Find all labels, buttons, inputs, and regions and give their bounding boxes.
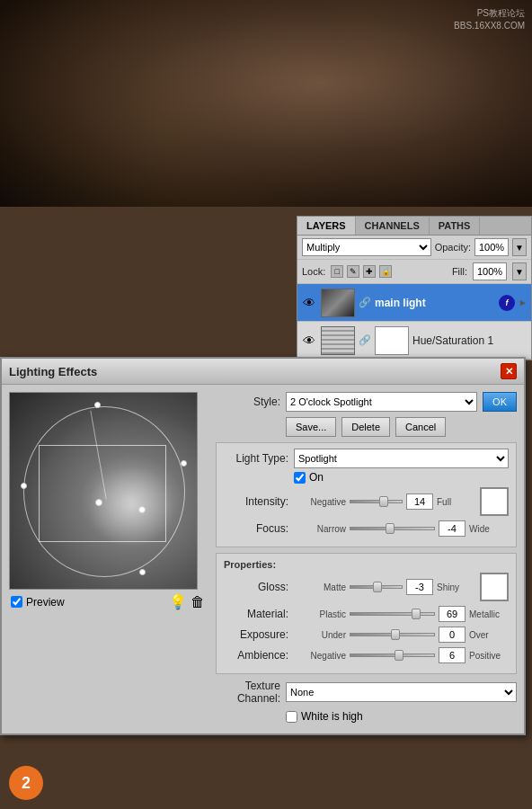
on-checkbox[interactable] [294,472,306,484]
white-is-high-row: White is high [286,710,517,723]
watermark: PS教程论坛 BBS.16XX8.COM [454,7,525,32]
style-select[interactable]: 2 O'clock Spotlight [286,392,477,412]
preview-canvas[interactable] [9,392,198,590]
ambience-slider[interactable] [350,653,435,657]
delete-light-icon[interactable]: 🗑 [191,594,205,610]
preview-handle-top[interactable] [94,402,101,408]
preview-controls: Preview 💡 🗑 [9,590,207,614]
style-row: Style: 2 O'clock Spotlight OK [216,392,517,412]
focus-row: Focus: Narrow -4 Wide [224,520,509,537]
style-label: Style: [216,396,280,408]
light-color-swatch[interactable] [480,487,509,516]
layer-expand-arrow[interactable]: ► [519,298,528,307]
texture-channel-select[interactable]: None [286,682,517,702]
step-number: 2 [22,774,31,793]
delete-button[interactable]: Delete [341,417,390,437]
layers-lock-row: Lock: □ ✎ ✚ 🔒 Fill: ▼ [297,260,531,284]
ok-button[interactable]: OK [483,392,517,412]
ambience-label: Ambience: [224,649,288,662]
tab-channels[interactable]: CHANNELS [356,217,430,235]
lighting-preview-panel: Preview 💡 🗑 [9,392,207,726]
layer-thumb-hue [321,326,355,355]
save-delete-row: Save... Delete Cancel [216,417,517,437]
gloss-left-label: Matte [292,582,346,592]
layer-visibility-hue[interactable]: 👁 [301,333,317,349]
save-button[interactable]: Save... [286,417,336,437]
intensity-value[interactable]: 14 [406,493,433,510]
lighting-dialog-body: Preview 💡 🗑 Style: 2 O'clock Spotlight O… [2,385,524,733]
lighting-dialog-title: Lighting Effects [9,365,97,378]
focus-label: Focus: [224,522,288,535]
lighting-effects-dialog: Lighting Effects ✕ [0,357,526,735]
focus-value[interactable]: -4 [439,520,466,537]
preview-handle-bottom[interactable] [139,569,146,575]
lock-move-icon[interactable]: ✚ [363,265,376,278]
layer-visibility-main-light[interactable]: 👁 [301,295,317,311]
properties-section: Properties: Gloss: Matte -3 Shiny Materi… [216,553,517,674]
canvas-area: PS教程论坛 BBS.16XX8.COM [0,0,532,207]
on-checkbox-row: On [294,471,509,484]
cancel-button[interactable]: Cancel [395,417,446,437]
material-row: Material: Plastic 69 Metallic [224,606,509,622]
gloss-row: Gloss: Matte -3 Shiny [224,573,509,601]
ambience-right-label: Positive [469,651,509,661]
gloss-slider[interactable] [350,585,403,589]
intensity-right-label: Full [437,497,476,507]
properties-label: Properties: [224,559,509,570]
opacity-input[interactable] [474,238,509,256]
exposure-label: Exposure: [224,628,288,641]
step-badge: 2 [9,766,43,800]
material-slider[interactable] [350,612,435,616]
lighting-close-button[interactable]: ✕ [501,363,517,379]
add-light-icon[interactable]: 💡 [169,593,187,610]
white-is-high-checkbox[interactable] [286,711,297,723]
layer-fx-icon: f [499,295,515,311]
intensity-left-label: Negative [292,497,346,507]
preview-label: Preview [26,596,65,609]
light-type-label: Light Type: [224,452,288,465]
gloss-label: Gloss: [224,581,288,593]
preview-checkbox[interactable] [11,596,22,608]
layer-mask-hue [375,326,409,355]
white-is-high-label: White is high [301,710,363,723]
fill-arrow[interactable]: ▼ [512,262,527,280]
ambient-color-swatch[interactable] [480,573,509,601]
opacity-arrow[interactable]: ▼ [512,238,527,256]
tab-layers[interactable]: LAYERS [297,217,356,235]
gloss-right-label: Shiny [437,582,476,592]
lock-all-icon[interactable]: 🔒 [379,265,392,278]
gloss-value[interactable]: -3 [406,579,433,595]
exposure-slider[interactable] [350,633,435,636]
intensity-slider[interactable] [350,500,403,503]
focus-left-label: Narrow [292,524,346,534]
material-value[interactable]: 69 [439,606,466,622]
preview-handle-right[interactable] [181,460,187,467]
light-type-select[interactable]: Spotlight [294,449,509,468]
layers-tabs: LAYERS CHANNELS PATHS [297,217,531,236]
fill-input[interactable] [473,262,507,280]
exposure-row: Exposure: Under 0 Over [224,627,509,643]
fill-label: Fill: [452,266,467,277]
preview-target-dot[interactable] [138,506,146,513]
preview-handle-left[interactable] [21,483,27,489]
layer-link-hue: 🔗 [359,334,371,347]
lighting-controls-panel: Style: 2 O'clock Spotlight OK Save... De… [216,392,517,726]
tab-paths[interactable]: PATHS [430,217,481,235]
lock-label: Lock: [302,266,325,277]
layer-hue-saturation[interactable]: 👁 🔗 Hue/Saturation 1 [297,322,531,360]
exposure-value[interactable]: 0 [439,627,466,643]
ambience-left-label: Negative [292,651,346,661]
lock-paint-icon[interactable]: ✎ [347,265,359,278]
focus-right-label: Wide [469,524,509,534]
light-type-row: Light Type: Spotlight [224,449,509,468]
lock-transparent-icon[interactable]: □ [331,265,343,278]
on-label: On [309,471,324,484]
ambience-value[interactable]: 6 [439,647,466,663]
focus-slider[interactable] [350,527,435,530]
intensity-row: Intensity: Negative 14 Full [224,487,509,516]
blend-mode-select[interactable]: Multiply [302,238,431,256]
preview-center-dot[interactable] [95,499,102,506]
lighting-titlebar: Lighting Effects ✕ [2,359,524,385]
intensity-label: Intensity: [224,495,288,508]
layer-main-light[interactable]: 👁 🔗 main light f ► [297,284,531,322]
